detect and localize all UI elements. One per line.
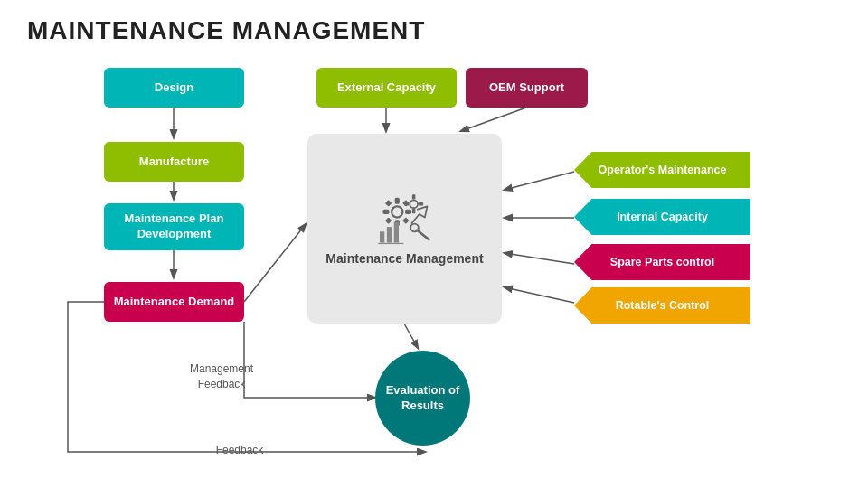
svg-rect-16: [384, 200, 391, 206]
svg-rect-22: [411, 209, 415, 213]
svg-line-6: [404, 324, 418, 348]
svg-line-7: [505, 172, 574, 190]
external-capacity-box: External Capacity: [316, 68, 457, 108]
svg-line-9: [505, 253, 574, 264]
svg-point-20: [410, 200, 418, 208]
svg-line-25: [417, 230, 429, 239]
page-title: MAINTENANCE MANAGEMENT: [27, 16, 425, 45]
design-box: Design: [104, 68, 244, 108]
main-box: Maintenance Management: [307, 134, 502, 324]
svg-rect-19: [402, 217, 409, 223]
svg-point-26: [410, 223, 419, 231]
svg-rect-24: [418, 202, 422, 206]
svg-rect-12: [394, 198, 399, 204]
svg-line-5: [461, 108, 526, 131]
management-feedback-label: ManagementFeedback: [185, 361, 258, 392]
internal-capacity-box: Internal Capacity: [574, 199, 750, 235]
svg-line-10: [505, 287, 574, 303]
mdemand-box: Maintenance Demand: [104, 282, 244, 322]
svg-rect-23: [404, 202, 409, 206]
spare-parts-box: Spare Parts control: [574, 244, 750, 280]
svg-rect-27: [380, 231, 384, 242]
svg-point-11: [392, 206, 402, 217]
svg-rect-14: [382, 210, 389, 214]
manufacture-box: Manufacture: [104, 142, 244, 182]
svg-line-3: [244, 224, 306, 302]
svg-rect-15: [405, 210, 411, 214]
svg-rect-29: [393, 222, 398, 243]
svg-rect-28: [386, 227, 391, 243]
evaluation-box: Evaluation of Results: [375, 351, 470, 446]
rotable-control-box: Rotable's Control: [574, 287, 750, 324]
svg-rect-21: [411, 194, 415, 199]
mpd-box: Maintenance Plan Development: [104, 203, 244, 250]
svg-rect-18: [384, 217, 391, 223]
operators-maintenance-box: Operator's Maintenance: [574, 152, 750, 188]
feedback-label: Feedback: [203, 443, 276, 458]
maintenance-icon: [373, 191, 437, 245]
oem-support-box: OEM Support: [466, 68, 588, 108]
